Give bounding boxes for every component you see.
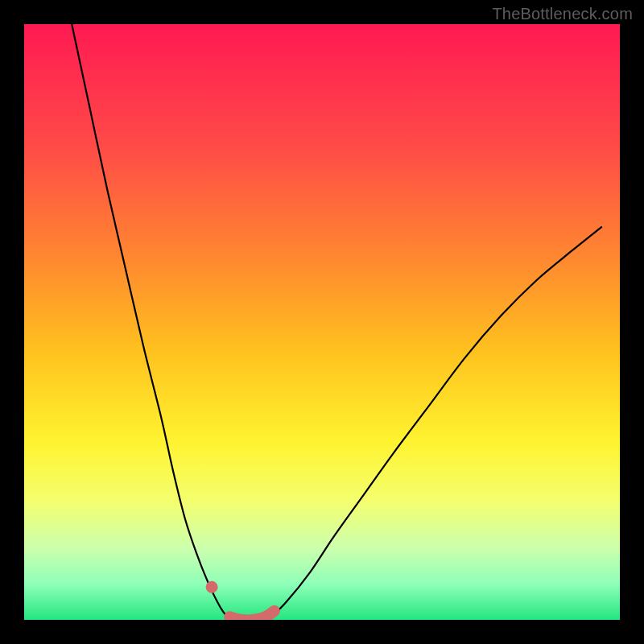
- plot-background: [24, 24, 620, 620]
- chart-canvas: TheBottleneck.com: [0, 0, 644, 644]
- bottleneck-chart: [0, 0, 644, 644]
- watermark-label: TheBottleneck.com: [492, 5, 633, 23]
- valley-marker-dot: [206, 581, 218, 593]
